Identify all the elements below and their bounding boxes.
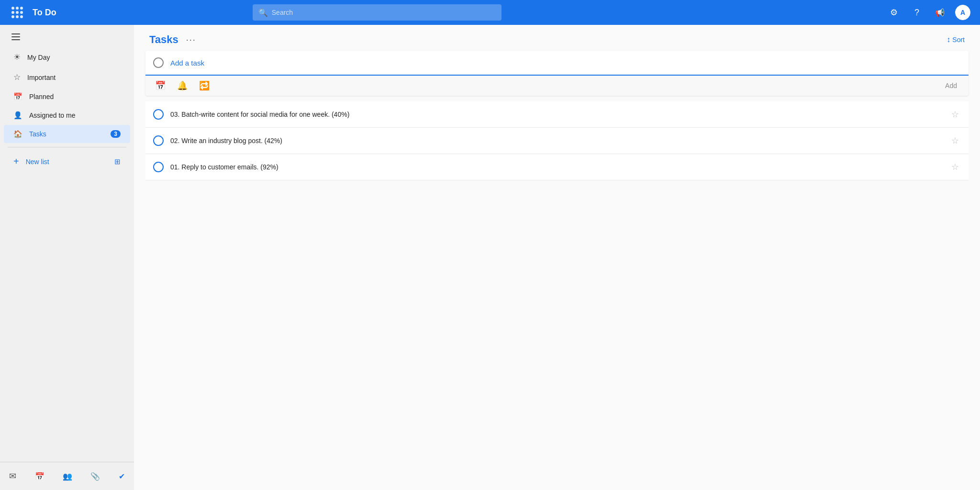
add-button[interactable]: Add [941,80,961,91]
topbar: To Do 🔍 ⚙ ? 📢 A [0,0,980,25]
sidebar-item-label: Important [27,74,121,81]
task-label: 01. Reply to customer emails. (92%) [170,163,943,171]
due-date-button[interactable]: 📅 [153,78,167,93]
calendar-bottom-button[interactable]: 📅 [30,469,49,484]
sidebar-item-label: Assigned to me [29,111,121,119]
settings-button[interactable]: ⚙ [886,5,902,20]
more-options-button[interactable]: ··· [183,34,199,46]
task-star-button[interactable]: ☆ [949,161,961,173]
task-label: 03. Batch-write content for social media… [170,111,943,118]
task-complete-circle[interactable] [153,162,164,172]
mail-bottom-button[interactable]: ✉ [4,468,21,484]
tasks-badge: 3 [111,130,121,138]
task-row[interactable]: 03. Batch-write content for social media… [145,101,969,128]
help-button[interactable]: ? [909,5,924,20]
sun-icon: ☀ [13,52,21,62]
add-task-area: 📅 🔔 🔁 Add [145,51,969,96]
attachment-bottom-button[interactable]: 📎 [86,469,105,484]
task-circle-empty[interactable] [153,57,164,68]
hamburger-button[interactable] [10,32,22,42]
content-header: Tasks ··· ↕ Sort [134,25,980,51]
sort-icon: ↕ [947,35,950,44]
sidebar: ☀ My Day ☆ Important 📅 Planned 👤 Assigne… [0,25,134,490]
sidebar-item-tasks[interactable]: 🏠 Tasks 3 [4,125,130,143]
task-list: 03. Batch-write content for social media… [134,100,980,490]
sidebar-bottom: ✉ 📅 👥 📎 ✔ [0,462,134,490]
content-title-group: Tasks ··· [149,33,199,46]
waffle-icon [11,7,23,18]
add-task-input-row [145,51,969,76]
app-title: To Do [33,8,56,18]
sidebar-top [0,25,134,47]
new-list-button[interactable]: + New list ⊞ [4,151,130,172]
star-icon: ☆ [13,72,21,82]
task-star-button[interactable]: ☆ [949,108,961,121]
search-bar[interactable]: 🔍 [253,4,501,21]
sidebar-item-label: Planned [29,93,121,100]
plus-icon: + [13,156,19,167]
task-star-button[interactable]: ☆ [949,134,961,147]
sidebar-item-planned[interactable]: 📅 Planned [4,88,130,106]
task-label: 02. Write an industry blog post. (42%) [170,137,943,145]
new-list-template-icon: ⊞ [114,157,121,166]
reminder-button[interactable]: 🔔 [175,78,189,93]
todo-bottom-button[interactable]: ✔ [114,469,130,484]
notifications-button[interactable]: 📢 [932,5,947,20]
add-task-toolbar: 📅 🔔 🔁 Add [145,76,969,96]
waffle-menu-button[interactable] [10,5,25,20]
hamburger-line [11,33,20,34]
home-icon: 🏠 [13,130,22,138]
task-row[interactable]: 01. Reply to customer emails. (92%) ☆ [145,154,969,180]
hamburger-line [11,39,20,40]
task-complete-circle[interactable] [153,135,164,146]
sidebar-nav: ☀ My Day ☆ Important 📅 Planned 👤 Assigne… [0,47,134,462]
new-list-label: New list [26,158,49,166]
task-row[interactable]: 02. Write an industry blog post. (42%) ☆ [145,128,969,154]
sidebar-item-important[interactable]: ☆ Important [4,67,130,87]
hamburger-line [11,36,20,37]
sidebar-item-my-day[interactable]: ☀ My Day [4,47,130,67]
sort-button[interactable]: ↕ Sort [947,35,965,44]
task-complete-circle[interactable] [153,109,164,120]
topbar-actions: ⚙ ? 📢 A [886,5,970,20]
sidebar-item-label: Tasks [29,130,104,138]
page-title: Tasks [149,33,178,46]
search-icon: 🔍 [258,8,268,17]
sidebar-item-label: My Day [27,54,121,61]
people-bottom-button[interactable]: 👥 [58,469,77,484]
content-area: Tasks ··· ↕ Sort 📅 🔔 🔁 Add [134,25,980,490]
repeat-button[interactable]: 🔁 [197,78,212,93]
avatar[interactable]: A [955,5,970,20]
calendar-icon: 📅 [13,92,22,101]
main-layout: ☀ My Day ☆ Important 📅 Planned 👤 Assigne… [0,25,980,490]
sort-label: Sort [952,36,965,44]
sidebar-item-assigned[interactable]: 👤 Assigned to me [4,106,130,124]
add-task-input[interactable] [170,59,961,67]
sidebar-divider [8,147,126,147]
search-input[interactable] [272,9,496,16]
person-icon: 👤 [13,111,22,120]
